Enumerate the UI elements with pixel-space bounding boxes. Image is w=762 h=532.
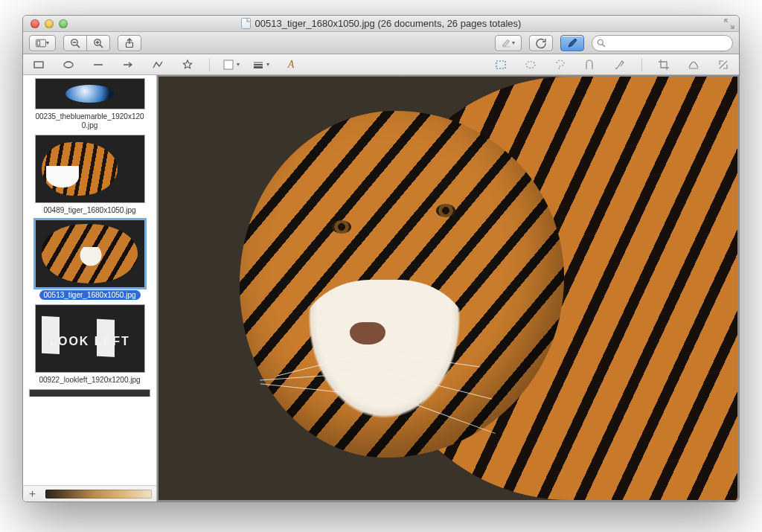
thumbnail-list[interactable]: 00235_thebluemarble_1920x1200.jpg00489_t… [23, 75, 156, 485]
svg-rect-1 [37, 40, 40, 45]
chevron-down-icon: ▾ [512, 39, 515, 46]
toolbar-divider [641, 58, 642, 71]
smart-lasso-icon[interactable] [582, 57, 598, 73]
window-controls [23, 19, 68, 28]
thumbnail-image [35, 78, 145, 109]
titlebar: 00513_tiger_1680x1050.jpg (26 documents,… [23, 16, 739, 32]
chevron-down-icon: ▾ [266, 61, 269, 68]
adjust-tool-icon[interactable] [685, 57, 702, 73]
share-button[interactable] [118, 35, 141, 51]
thumbnail-sidebar: 00235_thebluemarble_1920x1200.jpg00489_t… [23, 75, 157, 501]
thumbnail-label: 00922_lookleft_1920x1200.jpg [29, 376, 150, 385]
thumbnail-item[interactable] [29, 389, 150, 397]
thumbnail-image [35, 304, 145, 373]
thumbnail-item[interactable]: 00922_lookleft_1920x1200.jpg [29, 304, 150, 385]
svg-line-6 [100, 45, 103, 48]
window-title-text: 00513_tiger_1680x1050.jpg (26 documents,… [255, 18, 522, 29]
svg-rect-17 [224, 60, 233, 69]
line-tool-icon[interactable] [90, 57, 106, 73]
thumbnail-item[interactable]: 00235_thebluemarble_1920x1200.jpg [29, 78, 150, 130]
zoom-out-button[interactable] [63, 35, 87, 51]
main-toolbar: ▾ ▾ [23, 32, 739, 54]
content-area: 00235_thebluemarble_1920x1200.jpg00489_t… [23, 75, 739, 501]
thumbnail-image [35, 135, 145, 203]
chevron-down-icon: ▾ [237, 61, 240, 68]
svg-point-22 [526, 61, 535, 68]
preview-window: 00513_tiger_1680x1050.jpg (26 documents,… [22, 15, 740, 502]
svg-rect-10 [502, 46, 510, 47]
fullscreen-button[interactable] [724, 19, 734, 29]
close-button[interactable] [31, 19, 39, 28]
chevron-down-icon: ▾ [46, 39, 49, 46]
crop-tool-icon[interactable] [656, 57, 672, 73]
rotate-button[interactable] [529, 35, 553, 51]
minimize-button[interactable] [45, 19, 54, 28]
image-canvas[interactable] [157, 75, 739, 501]
sidebar-footer: ＋ [23, 485, 156, 501]
text-tool-icon[interactable]: A [283, 57, 299, 73]
svg-rect-21 [496, 61, 505, 68]
ellipse-tool-icon[interactable] [60, 57, 77, 73]
main-image [159, 77, 737, 500]
lasso-select-icon[interactable] [552, 57, 569, 73]
instant-alpha-icon[interactable] [612, 57, 628, 73]
highlight-button[interactable]: ▾ [495, 35, 522, 51]
fill-color-button[interactable]: ▾ [223, 57, 240, 73]
view-mode-button[interactable]: ▾ [29, 35, 56, 51]
zoom-button[interactable] [59, 19, 68, 28]
thumbnail-image [35, 219, 145, 288]
line-weight-button[interactable]: ▾ [253, 57, 269, 73]
window-title: 00513_tiger_1680x1050.jpg (26 documents,… [23, 18, 739, 29]
toolbar-divider [209, 58, 210, 71]
polyline-tool-icon[interactable] [150, 57, 166, 73]
thumbnail-item[interactable]: 00513_tiger_1680x1050.jpg [29, 219, 150, 300]
svg-point-11 [598, 39, 603, 45]
thumbnail-label: 00513_tiger_1680x1050.jpg [29, 291, 150, 300]
thumbnail-item[interactable]: 00489_tiger_1680x1050.jpg [29, 135, 150, 215]
resize-tool-icon[interactable] [715, 57, 731, 73]
search-input[interactable] [609, 38, 728, 48]
add-page-button[interactable]: ＋ [23, 486, 41, 501]
svg-point-23 [615, 67, 617, 68]
arrow-tool-icon[interactable] [120, 57, 136, 73]
doc-proxy-icon [241, 18, 251, 29]
film-strip-icon [45, 490, 152, 499]
thumbnail-label: 00489_tiger_1680x1050.jpg [29, 206, 150, 215]
svg-point-14 [64, 62, 73, 68]
search-icon [597, 39, 606, 48]
thumbnail-label: 00235_thebluemarble_1920x1200.jpg [29, 112, 150, 130]
rect-select-icon[interactable] [493, 57, 509, 73]
rect-tool-icon[interactable] [31, 57, 47, 73]
ellipse-select-icon[interactable] [522, 57, 539, 73]
search-field[interactable] [592, 35, 733, 51]
svg-line-3 [77, 45, 80, 48]
markup-toggle-button[interactable] [560, 35, 584, 51]
markup-toolbar: ▾ ▾ A [23, 54, 739, 75]
star-tool-icon[interactable] [179, 57, 196, 73]
svg-rect-13 [34, 62, 43, 68]
zoom-in-button[interactable] [86, 35, 110, 51]
svg-line-12 [602, 44, 604, 46]
zoom-group [63, 35, 110, 51]
